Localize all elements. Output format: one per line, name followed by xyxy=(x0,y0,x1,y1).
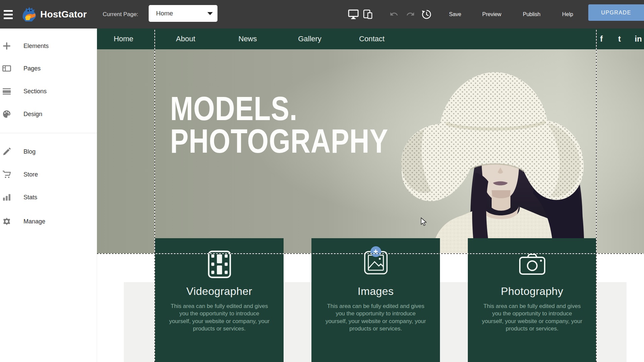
palette-icon xyxy=(2,110,11,118)
hero-title-line1: MODELS. xyxy=(170,92,388,125)
help-button[interactable]: Help xyxy=(562,0,573,29)
save-button[interactable]: Save xyxy=(449,0,461,29)
linkedin-icon[interactable]: in xyxy=(635,29,642,49)
site-nav-news[interactable]: News xyxy=(238,29,257,49)
gear-icon xyxy=(2,217,11,226)
site-nav-gallery[interactable]: Gallery xyxy=(298,29,321,49)
history-button[interactable] xyxy=(419,0,434,29)
feature-card-images[interactable]: + Images This area can be fully edited a… xyxy=(311,238,440,362)
redo-icon xyxy=(405,11,415,18)
feature-card-photography[interactable]: Photography This area can be fully edite… xyxy=(468,238,596,362)
plus-icon xyxy=(2,42,11,50)
sidebar-item-label: Stats xyxy=(23,194,37,201)
current-page-label: Current Page: xyxy=(103,0,138,29)
add-image-badge[interactable]: + xyxy=(370,246,381,257)
gator-mascot-icon xyxy=(21,6,38,23)
undo-icon xyxy=(390,11,399,18)
sidebar-item-label: Blog xyxy=(23,148,36,155)
sidebar-item-label: Elements xyxy=(23,43,49,50)
sidebar-item-store[interactable]: Store xyxy=(0,168,97,181)
site-navbar: Home About News Gallery Contact f t in xyxy=(97,29,644,49)
preview-button[interactable]: Preview xyxy=(482,0,501,29)
sidebar-item-label: Sections xyxy=(23,88,47,95)
sidebar-item-design[interactable]: Design xyxy=(0,107,97,121)
publish-button[interactable]: Publish xyxy=(523,0,540,29)
undo-button[interactable] xyxy=(387,0,402,29)
sidebar-item-pages[interactable]: Pages xyxy=(0,62,97,75)
site-preview-canvas: Home About News Gallery Contact f t in xyxy=(97,29,644,362)
facebook-icon[interactable]: f xyxy=(600,29,603,49)
sections-icon xyxy=(2,87,11,96)
selection-border-right[interactable] xyxy=(596,29,597,362)
bar-chart-icon xyxy=(2,193,11,202)
sidebar-item-label: Manage xyxy=(23,218,45,225)
selection-border-left[interactable] xyxy=(154,29,155,362)
page-select-dropdown[interactable]: Home xyxy=(149,5,217,22)
sidebar-divider xyxy=(0,133,97,133)
editor-sidebar: Elements Pages Sections Design xyxy=(0,29,97,362)
pencil-icon xyxy=(2,147,11,156)
site-nav-contact[interactable]: Contact xyxy=(359,29,385,49)
page-select-value: Home xyxy=(156,10,173,17)
image-icon: + xyxy=(362,250,390,278)
feature-card-videographer[interactable]: Videographer This area can be fully edit… xyxy=(155,238,284,362)
card-body: This area can be fully edited and gives … xyxy=(325,303,427,333)
sidebar-item-stats[interactable]: Stats xyxy=(0,191,97,204)
card-body: This area can be fully edited and gives … xyxy=(481,303,584,333)
sidebar-item-label: Pages xyxy=(23,65,41,72)
hamburger-menu-icon[interactable] xyxy=(4,10,13,19)
history-icon xyxy=(421,9,431,19)
twitter-icon[interactable]: t xyxy=(618,29,621,49)
card-body: This area can be fully edited and gives … xyxy=(168,303,271,333)
chevron-down-icon xyxy=(207,12,213,15)
sidebar-item-manage[interactable]: Manage xyxy=(0,215,97,228)
brand-name: HostGator xyxy=(40,9,87,20)
hero-section[interactable]: MODELS. PHOTOGRAPHY xyxy=(97,49,644,254)
mobile-view-button[interactable] xyxy=(360,0,375,29)
sidebar-item-sections[interactable]: Sections xyxy=(0,85,97,98)
selection-border-bottom[interactable] xyxy=(97,253,644,254)
editor-topbar: HostGator Current Page: Home xyxy=(0,0,644,29)
pages-icon xyxy=(2,64,11,73)
sidebar-item-label: Store xyxy=(23,171,38,178)
sidebar-item-label: Design xyxy=(23,111,42,118)
site-nav-about[interactable]: About xyxy=(176,29,195,49)
sidebar-item-blog[interactable]: Blog xyxy=(0,145,97,158)
mouse-cursor xyxy=(420,217,428,227)
hero-title-line2: PHOTOGRAPHY xyxy=(170,125,388,157)
desktop-view-button[interactable] xyxy=(346,0,361,29)
sidebar-item-elements[interactable]: Elements xyxy=(0,39,97,53)
redo-button[interactable] xyxy=(403,0,417,29)
hero-title[interactable]: MODELS. PHOTOGRAPHY xyxy=(170,92,388,157)
camera-icon xyxy=(518,250,546,278)
tablet-phone-icon xyxy=(363,9,373,19)
film-icon xyxy=(205,250,234,278)
monitor-icon xyxy=(348,9,359,19)
hostgator-logo[interactable]: HostGator xyxy=(21,6,87,23)
cart-icon xyxy=(2,170,11,179)
upgrade-button[interactable]: UPGRADE xyxy=(588,4,644,21)
site-nav-home[interactable]: Home xyxy=(114,29,134,49)
card-title: Images xyxy=(311,285,440,298)
card-title: Photography xyxy=(468,285,596,298)
card-title: Videographer xyxy=(155,285,284,298)
